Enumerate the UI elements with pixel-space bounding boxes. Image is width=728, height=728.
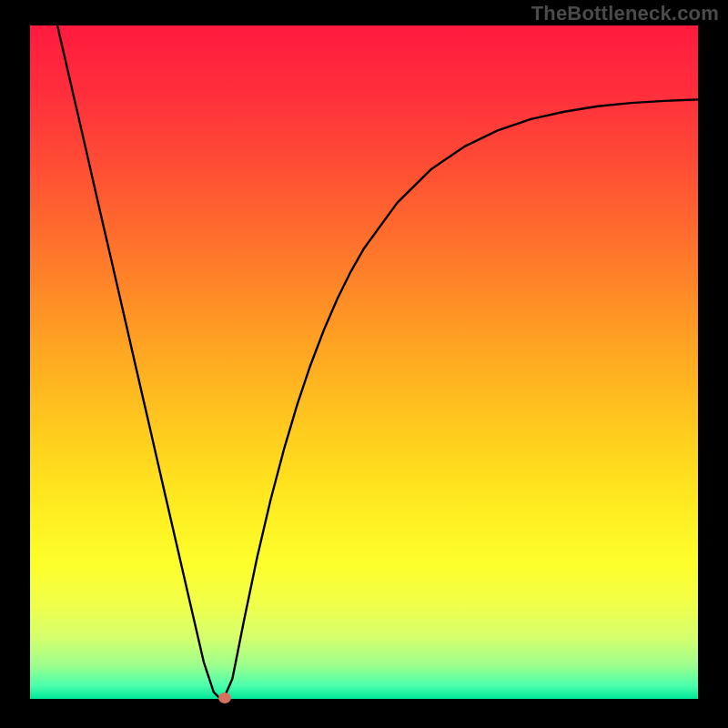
bottleneck-marker: [218, 693, 231, 703]
plot-area: [30, 25, 698, 699]
watermark-text: TheBottleneck.com: [531, 2, 719, 25]
chart-svg: [30, 25, 698, 699]
svg-rect-0: [30, 25, 698, 699]
chart-outer-frame: TheBottleneck.com: [0, 0, 728, 728]
